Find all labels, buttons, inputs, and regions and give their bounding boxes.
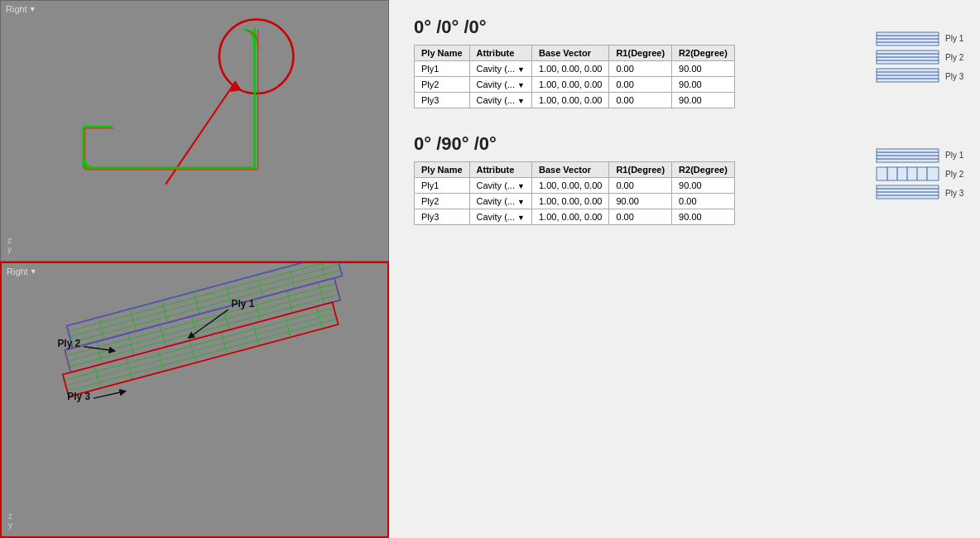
table-row: Ply3Cavity (... ▼1.00, 0.00, 0.000.0090.… [415,93,735,108]
section-2-content: 0° /90° /0° Ply Name Attribute Base Vect… [414,133,856,225]
cell-base-vector: 1.00, 0.00, 0.00 [531,194,608,209]
col2-r1: R1(Degree) [609,162,672,178]
table-row: Ply2Cavity (... ▼1.00, 0.00, 0.0090.000.… [415,194,735,209]
ply1-label: Ply 1 [232,298,255,310]
cell-attribute[interactable]: Cavity (... ▼ [469,61,531,77]
svg-text:Ply 3: Ply 3 [945,72,963,81]
cell-base-vector: 1.00, 0.00, 0.00 [531,77,608,93]
ply-stack-1-svg: Ply 1 Ply 2 Ply 3 [872,21,963,95]
cell-r2: 90.00 [672,209,735,225]
cell-ply-name: Ply3 [415,209,470,225]
right-panel: 0° /0° /0° Ply Name Attribute Base Vecto… [389,0,980,538]
ply-stack-2: Ply 1 Ply 2 Ply 3 [872,133,972,212]
cell-ply-name: Ply1 [415,61,470,77]
ply2-label: Ply 2 [57,337,80,348]
left-panel: Right ▼ [0,0,389,538]
col2-ply-name: Ply Name [415,162,470,178]
col2-base-vector: Base Vector [531,162,608,178]
ply-stack-1: Ply 1 Ply 2 Ply 3 [872,17,972,95]
col-r2: R2(Degree) [672,46,735,61]
viewport-top: Right ▼ [0,0,389,262]
cell-attribute[interactable]: Cavity (... ▼ [469,209,531,225]
cell-attribute[interactable]: Cavity (... ▼ [469,77,531,93]
section-1-title: 0° /0° /0° [414,17,856,38]
cell-attribute[interactable]: Cavity (... ▼ [469,194,531,209]
table-row: Ply1Cavity (... ▼1.00, 0.00, 0.000.0090.… [415,61,735,77]
cell-r1: 0.00 [609,93,672,108]
svg-text:Ply 2: Ply 2 [945,53,963,62]
section-1: 0° /0° /0° Ply Name Attribute Base Vecto… [414,17,972,108]
table-row: Ply2Cavity (... ▼1.00, 0.00, 0.000.0090.… [415,77,735,93]
section-1-content: 0° /0° /0° Ply Name Attribute Base Vecto… [414,17,856,108]
cell-base-vector: 1.00, 0.00, 0.00 [531,209,608,225]
cell-r2: 0.00 [672,194,735,209]
cell-r1: 0.00 [609,178,672,194]
cell-r2: 90.00 [672,93,735,108]
col2-r2: R2(Degree) [672,162,735,178]
viewport-bottom-svg: Ply 1 Ply 2 Ply 3 [2,263,387,536]
cell-ply-name: Ply3 [415,93,470,108]
table-row: Ply3Cavity (... ▼1.00, 0.00, 0.000.0090.… [415,209,735,225]
cell-r2: 90.00 [672,178,735,194]
cell-r2: 90.00 [672,61,735,77]
cell-r1: 0.00 [609,77,672,93]
cell-ply-name: Ply2 [415,194,470,209]
cell-base-vector: 1.00, 0.00, 0.00 [531,178,608,194]
col-attribute: Attribute [469,46,531,61]
col-r1: R1(Degree) [609,46,672,61]
cell-attribute[interactable]: Cavity (... ▼ [469,178,531,194]
cell-attribute[interactable]: Cavity (... ▼ [469,93,531,108]
cell-base-vector: 1.00, 0.00, 0.00 [531,93,608,108]
cell-r2: 90.00 [672,77,735,93]
ply-stack-2-svg: Ply 1 Ply 2 Ply 3 [872,137,963,212]
viewport-bottom: Right ▼ [0,262,389,538]
viewport-top-label: Right ▼ [6,4,36,14]
col2-attribute: Attribute [469,162,531,178]
col-base-vector: Base Vector [531,46,608,61]
cell-ply-name: Ply2 [415,77,470,93]
section-1-table: Ply Name Attribute Base Vector R1(Degree… [414,45,735,108]
cell-r1: 90.00 [609,194,672,209]
viewport-top-axis: zy [7,236,12,254]
section-2-title: 0° /90° /0° [414,133,856,155]
svg-rect-12 [2,264,387,535]
svg-text:Ply 1: Ply 1 [945,151,963,160]
svg-rect-0 [1,3,388,259]
col-ply-name: Ply Name [415,46,470,61]
svg-text:Ply 3: Ply 3 [945,189,963,198]
section-2-table: Ply Name Attribute Base Vector R1(Degree… [414,161,735,225]
cell-ply-name: Ply1 [415,178,470,194]
svg-text:Ply 2: Ply 2 [945,170,963,179]
cell-base-vector: 1.00, 0.00, 0.00 [531,61,608,77]
cell-r1: 0.00 [609,209,672,225]
viewport-top-svg [1,1,388,261]
cell-r1: 0.00 [609,61,672,77]
table-row: Ply1Cavity (... ▼1.00, 0.00, 0.000.0090.… [415,178,735,194]
section-2: 0° /90° /0° Ply Name Attribute Base Vect… [414,133,972,225]
ply3-label: Ply 3 [67,391,90,402]
svg-text:Ply 1: Ply 1 [945,34,963,43]
viewport-bottom-axis: zy [8,512,12,530]
viewport-bottom-label: Right ▼ [7,267,37,276]
